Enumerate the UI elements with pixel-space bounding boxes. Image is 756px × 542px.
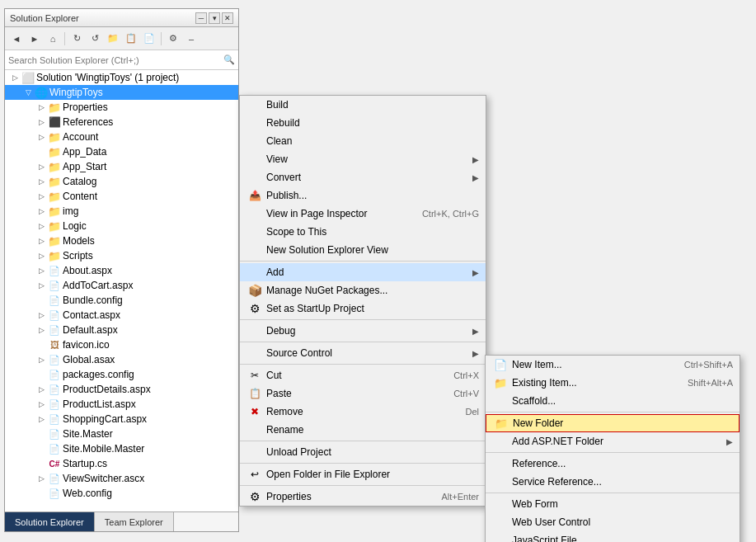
ctx-view[interactable]: View ▶ [240,150,486,168]
files-button[interactable]: 📄 [141,31,157,47]
sitemobilemaster-expander[interactable] [35,442,48,455]
sub-javascript-file[interactable]: JavaScript File [486,531,740,542]
refresh-button[interactable]: ↺ [87,31,103,47]
tree-item-references[interactable]: ▷ ⬛ References [5,115,238,130]
sitemaster-expander[interactable] [35,427,48,441]
ctx-scope[interactable]: Scope to This [240,223,486,241]
ctx-rename[interactable]: Rename [240,421,486,439]
tree-item-default[interactable]: ▷ 📄 Default.aspx [5,323,238,337]
account-expander[interactable]: ▷ [35,130,48,144]
project-node[interactable]: ▽ 🌐 WingtipToys [5,85,238,100]
viewswitcher-expander[interactable]: ▷ [35,472,48,485]
tree-item-productdetails[interactable]: ▷ 📄 ProductDetails.aspx [5,382,238,397]
properties-expander[interactable]: ▷ [35,101,48,114]
tree-item-startup[interactable]: C# Startup.cs [5,456,238,471]
bundle-expander[interactable] [35,294,48,307]
ctx-rebuild[interactable]: Rebuild [240,114,486,132]
tree-item-favicon[interactable]: 🖼 favicon.ico [5,337,238,352]
ctx-clean[interactable]: Clean [240,132,486,150]
about-expander[interactable]: ▷ [35,264,48,277]
ctx-unload[interactable]: Unload Project [240,443,486,461]
minimize-button[interactable]: ▾ [209,12,220,24]
ctx-view-page-inspector[interactable]: View in Page Inspector Ctrl+K, Ctrl+G [240,205,486,223]
sub-new-item[interactable]: 📄 New Item... Ctrl+Shift+A [486,356,740,374]
home-button[interactable]: ⌂ [45,31,61,47]
tree-item-webconfig[interactable]: 📄 Web.config [5,486,238,501]
search-input[interactable] [8,55,223,65]
forward-button[interactable]: ► [26,31,43,47]
sync-button[interactable]: ↻ [68,31,85,47]
logic-expander[interactable]: ▷ [35,219,48,233]
project-expander[interactable]: ▽ [21,86,35,99]
back-button[interactable]: ◄ [8,31,25,47]
search-bar[interactable]: 🔍 [5,50,238,70]
solution-node[interactable]: ▷ ⬜ Solution 'WingtipToys' (1 project) [5,70,238,85]
close-button[interactable]: ✕ [222,12,233,24]
ctx-startup[interactable]: ⚙ Set as StartUp Project [240,299,486,318]
tree-item-sitemaster[interactable]: 📄 Site.Master [5,427,238,441]
ctx-paste[interactable]: 📋 Paste Ctrl+V [240,384,486,403]
ctx-convert[interactable]: Convert ▶ [240,168,486,186]
productlist-expander[interactable]: ▷ [35,398,48,411]
tree-item-account[interactable]: ▷ 📁 Account [5,130,238,144]
tree-item-global[interactable]: ▷ 📄 Global.asax [5,352,238,367]
ctx-remove[interactable]: ✖ Remove Del [240,403,486,421]
ctx-source-control[interactable]: Source Control ▶ [240,344,486,362]
ctx-build[interactable]: Build [240,96,486,114]
tree-item-appdata[interactable]: 📁 App_Data [5,144,238,159]
catalog-expander[interactable]: ▷ [35,175,48,188]
global-expander[interactable]: ▷ [35,353,48,366]
tree-item-logic[interactable]: ▷ 📁 Logic [5,219,238,233]
sub-web-user-control[interactable]: Web User Control [486,513,740,531]
pin2-button[interactable]: – [183,31,200,47]
references-expander[interactable]: ▷ [35,115,48,129]
ctx-nuget[interactable]: 📦 Manage NuGet Packages... [240,281,486,299]
ctx-debug[interactable]: Debug ▶ [240,322,486,340]
collapse-button[interactable]: 📁 [105,31,121,47]
tree-item-productlist[interactable]: ▷ 📄 ProductList.aspx [5,397,238,412]
tree-item-packages[interactable]: 📄 packages.config [5,367,238,382]
sub-existing-item[interactable]: 📁 Existing Item... Shift+Alt+A [486,374,740,392]
content-expander[interactable]: ▷ [35,190,48,203]
favicon-expander[interactable] [35,338,48,351]
packages-expander[interactable] [35,368,48,381]
ctx-new-se-view[interactable]: New Solution Explorer View [240,241,486,259]
tree-item-viewswitcher[interactable]: ▷ 📄 ViewSwitcher.ascx [5,471,238,486]
models-expander[interactable]: ▷ [35,234,48,247]
tree-item-appstart[interactable]: ▷ 📁 App_Start [5,159,238,174]
tree-item-properties[interactable]: ▷ 📁 Properties [5,100,238,115]
addtocart-expander[interactable]: ▷ [35,279,48,292]
webconfig-expander[interactable] [35,487,48,500]
appdata-expander[interactable] [35,145,48,158]
ctx-add[interactable]: Add ▶ [240,263,486,281]
shoppingcart-expander[interactable]: ▷ [35,412,48,426]
settings-button[interactable]: ⚙ [165,31,181,47]
contact-expander[interactable]: ▷ [35,309,48,322]
ctx-cut[interactable]: ✂ Cut Ctrl+X [240,366,486,384]
appstart-expander[interactable]: ▷ [35,160,48,173]
tab-team-explorer[interactable]: Team Explorer [95,512,174,531]
sub-aspnet-folder[interactable]: Add ASP.NET Folder ▶ [486,432,740,450]
filter-button[interactable]: 📋 [123,31,139,47]
solution-tree[interactable]: ▷ ⬜ Solution 'WingtipToys' (1 project) ▽… [5,70,238,511]
img-expander[interactable]: ▷ [35,205,48,218]
sub-web-form[interactable]: Web Form [486,495,740,513]
ctx-publish[interactable]: 📤 Publish... [240,186,486,205]
sub-scaffold[interactable]: Scaffold... [486,392,740,410]
default-expander[interactable]: ▷ [35,323,48,337]
ctx-properties[interactable]: ⚙ Properties Alt+Enter [240,488,486,506]
tree-item-models[interactable]: ▷ 📁 Models [5,233,238,248]
tree-item-catalog[interactable]: ▷ 📁 Catalog [5,174,238,189]
scripts-expander[interactable]: ▷ [35,249,48,262]
tree-item-contact[interactable]: ▷ 📄 Contact.aspx [5,308,238,323]
tree-item-img[interactable]: ▷ 📁 img [5,204,238,219]
tree-item-addtocart[interactable]: ▷ 📄 AddToCart.aspx [5,278,238,293]
tree-item-bundle[interactable]: 📄 Bundle.config [5,293,238,308]
tree-item-scripts[interactable]: ▷ 📁 Scripts [5,248,238,263]
sub-new-folder[interactable]: 📁 New Folder [486,414,740,432]
sub-reference[interactable]: Reference... [486,455,740,473]
tree-item-about[interactable]: ▷ 📄 About.aspx [5,263,238,278]
solution-expander[interactable]: ▷ [8,71,21,84]
tab-solution-explorer[interactable]: Solution Explorer [5,512,95,531]
ctx-open-folder[interactable]: ↩ Open Folder in File Explorer [240,465,486,483]
